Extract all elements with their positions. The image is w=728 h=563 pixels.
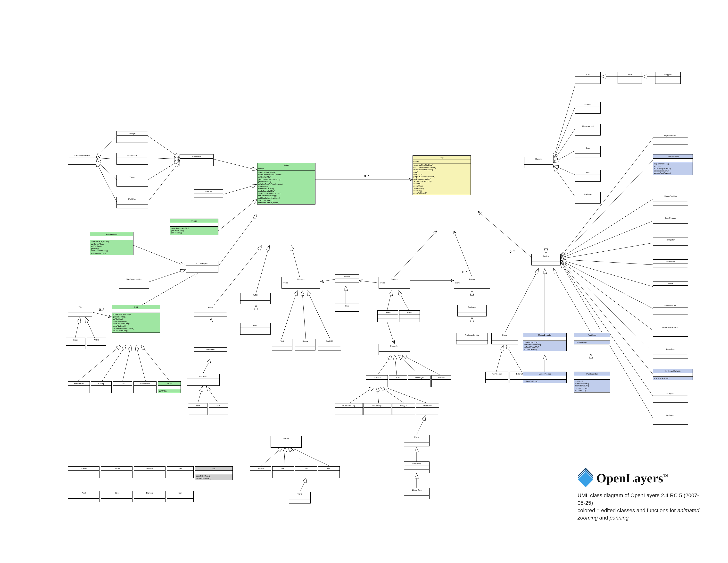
- class-text: Text: [272, 339, 292, 351]
- class-worldwind: WorldWind: [133, 381, 157, 393]
- class-panel: Panel: [491, 333, 518, 345]
- class-geom-point: Point: [389, 375, 407, 387]
- svg-line-75: [561, 221, 653, 258]
- svg-line-79: [561, 260, 653, 309]
- class-georss: GeoRSS: [318, 339, 341, 351]
- svg-line-40: [387, 290, 392, 311]
- svg-line-85: [505, 268, 539, 333]
- class-surface: Surface: [431, 375, 451, 387]
- svg-line-9: [223, 184, 257, 194]
- svg-line-4: [96, 136, 116, 158]
- class-wms: WMS getURL(): [158, 381, 181, 393]
- svg-line-50: [377, 386, 379, 403]
- class-linestring: LineString: [404, 462, 430, 473]
- class-mousetoolbar: MouseToolbar defaultDblClick(): [523, 372, 567, 383]
- svg-line-58: [284, 447, 285, 466]
- svg-line-37: [359, 280, 379, 283]
- class-wms-untiled: WMS.Untiled cloneBaseLayerDiv() getCente…: [90, 232, 133, 255]
- svg-line-13: [149, 269, 186, 282]
- class-handler: Handler: [524, 157, 553, 168]
- class-drag: Drag: [575, 146, 601, 157]
- svg-line-87: [553, 268, 591, 333]
- class-tile-wfs: WFS: [87, 338, 106, 349]
- class-eventpane: EventPane: [180, 154, 214, 166]
- svg-line-41: [398, 290, 409, 311]
- class-multimap: MultiMap: [116, 197, 148, 208]
- class-elements: Elements: [187, 374, 220, 386]
- svg-line-15: [92, 312, 112, 317]
- class-canvas: Canvas: [194, 189, 223, 201]
- class-tile: Tile: [68, 305, 92, 317]
- class-multilinestring: MultiLineString: [335, 403, 363, 415]
- class-panzoom: PanZoom buttonDown(): [574, 333, 610, 345]
- svg-line-7: [96, 161, 116, 201]
- svg-line-1: [148, 158, 180, 159]
- svg-line-18: [78, 345, 121, 381]
- class-anchoredbubble: AnchoredBubble: [456, 333, 488, 345]
- svg-line-73: [561, 160, 653, 257]
- svg-line-11: [218, 214, 257, 266]
- class-linearring: LinearRing: [404, 488, 430, 499]
- brand-name: OpenLayers™: [596, 471, 668, 485]
- class-feature-wfs: WFS: [399, 311, 420, 322]
- class-keyboard: Keyboard: [575, 192, 601, 203]
- svg-line-49: [349, 386, 375, 403]
- class-format-wfs: WFS: [289, 492, 311, 504]
- openlayers-icon: [578, 470, 594, 486]
- svg-line-5: [96, 158, 116, 159]
- class-overviewmap: OverviewMap mapDivDblClick() update() up…: [653, 154, 693, 175]
- class-renderer: Renderer: [194, 347, 227, 359]
- svg-line-47: [398, 355, 420, 375]
- class-tile-image: Image: [66, 338, 85, 349]
- svg-line-59: [288, 447, 307, 466]
- mult-tile-grid: 0..*: [99, 308, 104, 312]
- class-vector: Vector: [194, 305, 227, 317]
- class-events: Events: [68, 466, 99, 478]
- class-zoombox: ZoomBox: [653, 347, 688, 359]
- svg-line-21: [136, 345, 146, 381]
- class-rectangle: Rectangle: [408, 375, 430, 387]
- svg-line-67: [553, 166, 575, 197]
- svg-line-35: [320, 279, 335, 282]
- class-permalink: Permalink: [653, 259, 688, 271]
- class-handler-point: Point: [575, 72, 601, 84]
- uml-canvas: 0..* 0..* 0..* 0..* FixedZoomLevels Goog…: [0, 0, 728, 563]
- class-httprequest: HTTPRequest: [186, 261, 218, 273]
- class-geom-polygon: Polygon: [392, 403, 415, 415]
- svg-line-62: [553, 85, 575, 159]
- class-navtoolbar: NavToolbar: [485, 372, 508, 383]
- class-kamap: KaMap: [91, 381, 112, 393]
- class-kml: KML: [318, 466, 340, 478]
- class-layer: Layer events cloneBaseLayerDiv() cloneBa…: [257, 163, 315, 204]
- class-mapserver: MapServer: [68, 381, 90, 393]
- svg-line-32: [302, 290, 306, 339]
- class-handler-path: Path: [618, 72, 642, 84]
- class-dragpan: DragPan: [653, 391, 688, 403]
- class-marker: Marker: [335, 274, 359, 286]
- class-layerswitcher: LayerSwitcher: [653, 133, 688, 145]
- svg-line-52: [382, 386, 427, 403]
- svg-line-29: [206, 386, 218, 403]
- class-keyboarddefaults: KeyboardDefaults defaultKeyPress(): [653, 369, 693, 380]
- svg-line-57: [261, 447, 283, 466]
- class-panzoombar: PanZoomBar divClick() moveZoomBar() zoom…: [574, 372, 610, 393]
- mult-layer-map: 0..*: [364, 174, 369, 178]
- class-tms: TMS: [113, 381, 132, 393]
- svg-line-3: [148, 161, 180, 201]
- svg-line-6: [96, 160, 116, 180]
- class-element: Element: [134, 491, 165, 502]
- class-navigation: Navigation: [653, 237, 688, 249]
- class-gml: GML: [240, 323, 271, 335]
- brand-logo: OpenLayers™: [578, 470, 668, 486]
- svg-line-53: [417, 415, 426, 435]
- svg-line-51: [380, 386, 404, 403]
- svg-line-31: [281, 290, 297, 339]
- mult-control-map: 0..*: [510, 249, 515, 253]
- svg-line-56: [387, 322, 394, 344]
- class-size: Size: [101, 491, 132, 502]
- class-map: Map events calculateNewTileSize() calcul…: [413, 155, 471, 195]
- svg-line-88: [496, 345, 504, 372]
- svg-line-10: [218, 199, 257, 231]
- svg-line-16: [75, 317, 80, 338]
- svg-line-48: [402, 355, 440, 375]
